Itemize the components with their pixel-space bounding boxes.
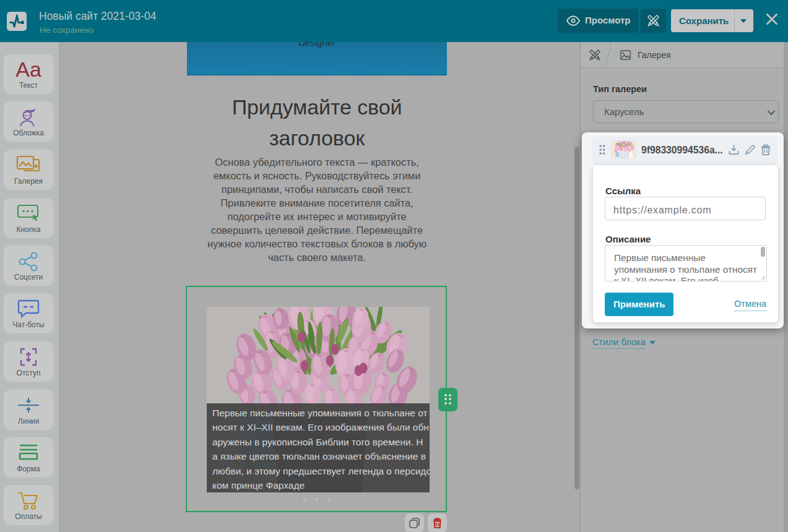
- svg-text:Aa: Aa: [15, 59, 41, 80]
